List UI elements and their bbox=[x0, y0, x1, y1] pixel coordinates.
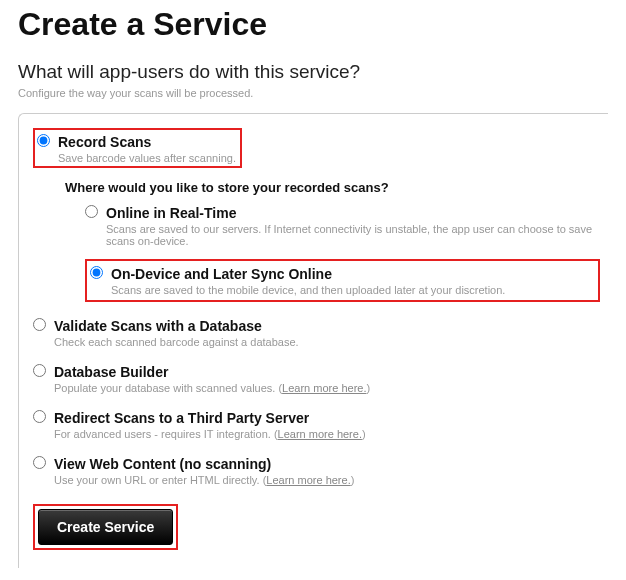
desc-web-text: Use your own URL or enter HTML directly.… bbox=[54, 474, 266, 486]
page-question: What will app-users do with this service… bbox=[18, 61, 608, 83]
options-panel: Record Scans Save barcode values after s… bbox=[18, 113, 608, 568]
option-validate: Validate Scans with a Database Check eac… bbox=[33, 316, 600, 348]
radio-storage-ondevice[interactable] bbox=[90, 266, 103, 279]
radio-builder[interactable] bbox=[33, 364, 46, 377]
label-redirect: Redirect Scans to a Third Party Server bbox=[54, 410, 309, 426]
storage-question: Where would you like to store your recor… bbox=[65, 180, 600, 195]
highlight-create-button: Create Service bbox=[33, 504, 178, 550]
label-builder: Database Builder bbox=[54, 364, 168, 380]
option-record-scans: Record Scans Save barcode values after s… bbox=[33, 128, 600, 302]
highlight-record-scans: Record Scans Save barcode values after s… bbox=[33, 128, 242, 168]
radio-redirect[interactable] bbox=[33, 410, 46, 423]
radio-web[interactable] bbox=[33, 456, 46, 469]
desc-storage-online: Scans are saved to our servers. If Inter… bbox=[106, 223, 600, 247]
option-redirect: Redirect Scans to a Third Party Server F… bbox=[33, 408, 600, 440]
option-web: View Web Content (no scanning) Use your … bbox=[33, 454, 600, 486]
page-title: Create a Service bbox=[18, 6, 608, 43]
option-storage-ondevice: On-Device and Later Sync Online Scans ar… bbox=[85, 259, 600, 302]
learn-web-link[interactable]: Learn more here. bbox=[266, 474, 350, 486]
desc-storage-ondevice: Scans are saved to the mobile device, an… bbox=[111, 284, 593, 296]
learn-builder-link[interactable]: Learn more here. bbox=[282, 382, 366, 394]
label-web: View Web Content (no scanning) bbox=[54, 456, 271, 472]
desc-builder-close: ) bbox=[366, 382, 370, 394]
button-row: Create Service bbox=[33, 504, 600, 550]
desc-builder-text: Populate your database with scanned valu… bbox=[54, 382, 282, 394]
storage-group: Where would you like to store your recor… bbox=[65, 180, 600, 302]
desc-redirect: For advanced users - requires IT integra… bbox=[54, 428, 600, 440]
label-storage-online: Online in Real-Time bbox=[106, 205, 236, 221]
desc-web-close: ) bbox=[351, 474, 355, 486]
create-service-button[interactable]: Create Service bbox=[38, 509, 173, 545]
label-record-scans: Record Scans bbox=[58, 134, 151, 150]
desc-redirect-text: For advanced users - requires IT integra… bbox=[54, 428, 278, 440]
desc-builder: Populate your database with scanned valu… bbox=[54, 382, 600, 394]
desc-validate: Check each scanned barcode against a dat… bbox=[54, 336, 600, 348]
label-storage-ondevice: On-Device and Later Sync Online bbox=[111, 266, 332, 282]
learn-redirect-link[interactable]: Learn more here. bbox=[278, 428, 362, 440]
page-caption: Configure the way your scans will be pro… bbox=[18, 87, 608, 99]
radio-storage-online[interactable] bbox=[85, 205, 98, 218]
desc-web: Use your own URL or enter HTML directly.… bbox=[54, 474, 600, 486]
desc-redirect-close: ) bbox=[362, 428, 366, 440]
radio-validate[interactable] bbox=[33, 318, 46, 331]
radio-record-scans[interactable] bbox=[37, 134, 50, 147]
option-builder: Database Builder Populate your database … bbox=[33, 362, 600, 394]
desc-record-scans: Save barcode values after scanning. bbox=[58, 152, 236, 164]
option-storage-online: Online in Real-Time Scans are saved to o… bbox=[85, 203, 600, 247]
highlight-storage-ondevice: On-Device and Later Sync Online Scans ar… bbox=[85, 259, 600, 302]
label-validate: Validate Scans with a Database bbox=[54, 318, 262, 334]
